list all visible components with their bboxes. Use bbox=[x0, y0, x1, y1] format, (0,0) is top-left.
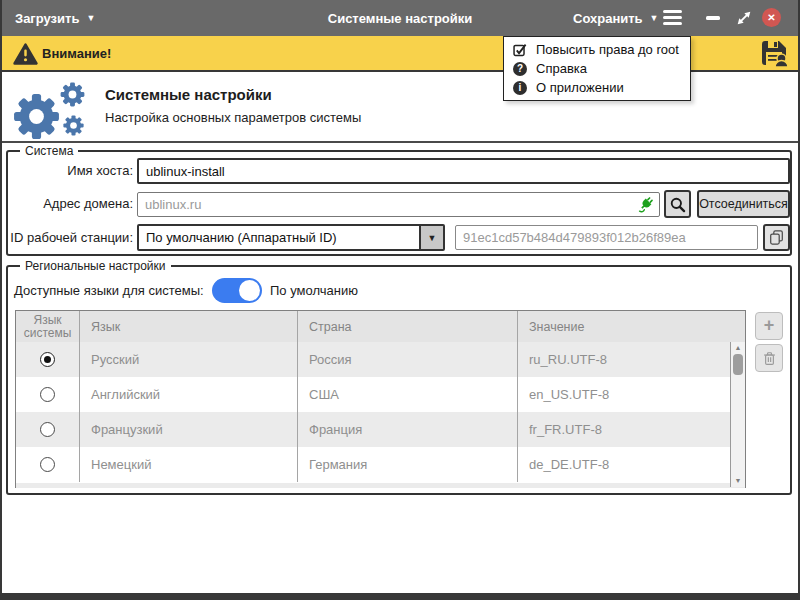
plug-connected-icon bbox=[636, 195, 655, 214]
load-menu-label: Загрузить bbox=[15, 11, 79, 26]
cell-country: США bbox=[298, 377, 518, 412]
hostname-input[interactable] bbox=[137, 158, 790, 184]
save-menu-label: Сохранить bbox=[573, 11, 643, 26]
table-body: Русский Россия ru_RU.UTF-8 Английский СШ… bbox=[16, 342, 745, 482]
disconnect-button[interactable]: Отсоединиться bbox=[697, 190, 790, 218]
window-bottom-frame bbox=[0, 593, 800, 600]
hamburger-menu-button[interactable] bbox=[663, 10, 682, 25]
disconnect-label: Отсоединиться bbox=[699, 197, 788, 211]
system-language-radio[interactable] bbox=[40, 387, 55, 402]
app-window: Загрузить ▼ Системные настройки Сохранит… bbox=[0, 0, 800, 600]
system-section: Система Имя хоста: Адрес домена: bbox=[6, 150, 792, 256]
copy-id-button[interactable] bbox=[763, 224, 790, 251]
scroll-up-icon[interactable]: ▲ bbox=[731, 343, 745, 353]
scroll-down-icon[interactable]: ▼ bbox=[731, 476, 745, 486]
delete-language-button[interactable] bbox=[755, 344, 783, 372]
cell-language: Русский bbox=[80, 342, 298, 377]
info-circle-icon: i bbox=[513, 81, 527, 95]
question-circle-icon: ? bbox=[513, 62, 527, 76]
languages-toggle-state: По умолчанию bbox=[270, 278, 358, 303]
chevron-down-icon: ▼ bbox=[650, 14, 659, 23]
workstation-id-value-input[interactable] bbox=[455, 225, 758, 250]
table-header: Язык системы Язык Страна Значение bbox=[16, 311, 745, 342]
languages-table: Язык системы Язык Страна Значение Русски… bbox=[15, 310, 746, 488]
domain-label: Адрес домена: bbox=[8, 191, 133, 217]
workstation-id-selected-option: По умолчанию (Аппаратный ID) bbox=[139, 226, 419, 249]
languages-toggle[interactable] bbox=[212, 278, 262, 303]
page-subtitle: Настройка основных параметров системы bbox=[105, 110, 361, 125]
table-partial-row bbox=[16, 482, 745, 488]
menu-item-elevate-root[interactable]: Повысить права до root bbox=[504, 40, 690, 59]
close-button[interactable]: ✕ bbox=[762, 8, 781, 27]
regional-section: Региональные настройки Доступные языки д… bbox=[6, 265, 792, 495]
checkbox-checked-icon bbox=[513, 43, 527, 57]
system-language-radio[interactable] bbox=[40, 352, 55, 367]
col-header-country: Страна bbox=[298, 311, 518, 342]
save-user-icon bbox=[760, 39, 788, 67]
warning-icon bbox=[13, 43, 38, 65]
add-language-button[interactable]: + bbox=[755, 312, 783, 340]
load-menu-button[interactable]: Загрузить ▼ bbox=[15, 0, 95, 36]
cell-value: ru_RU.UTF-8 bbox=[518, 342, 745, 377]
col-header-system-language: Язык системы bbox=[16, 311, 80, 342]
search-icon bbox=[669, 196, 686, 213]
window-title: Системные настройки bbox=[328, 0, 473, 36]
cell-country: Германия bbox=[298, 447, 518, 482]
warning-label: Внимание! bbox=[42, 36, 111, 70]
hostname-label: Имя хоста: bbox=[8, 158, 133, 184]
domain-search-button[interactable] bbox=[664, 190, 691, 218]
system-legend: Система bbox=[20, 144, 78, 158]
gears-icon bbox=[10, 80, 94, 142]
table-row[interactable]: Английский США en_US.UTF-8 bbox=[16, 377, 745, 412]
cell-value: fr_FR.UTF-8 bbox=[518, 412, 745, 447]
cell-language: Английский bbox=[80, 377, 298, 412]
menu-item-help[interactable]: ? Справка bbox=[504, 59, 690, 78]
table-row[interactable]: Немецкий Германия de_DE.UTF-8 bbox=[16, 447, 745, 482]
system-language-radio[interactable] bbox=[40, 422, 55, 437]
cell-country: Франция bbox=[298, 412, 518, 447]
resize-icon bbox=[735, 9, 753, 27]
trash-icon bbox=[761, 350, 778, 367]
cell-language: Немецкий bbox=[80, 447, 298, 482]
close-icon: ✕ bbox=[767, 12, 775, 23]
save-menu-button[interactable]: Сохранить ▼ bbox=[573, 0, 659, 36]
save-as-user-button[interactable] bbox=[760, 39, 788, 67]
page-title: Системные настройки bbox=[105, 86, 272, 103]
toggle-knob bbox=[239, 280, 260, 301]
menu-item-about[interactable]: i О приложении bbox=[504, 78, 690, 97]
titlebar: Загрузить ▼ Системные настройки Сохранит… bbox=[0, 0, 800, 36]
table-row[interactable]: Русский Россия ru_RU.UTF-8 bbox=[16, 342, 745, 377]
chevron-down-icon: ▼ bbox=[86, 14, 95, 23]
workstation-id-select[interactable]: По умолчанию (Аппаратный ID) ▼ bbox=[137, 224, 445, 251]
table-scrollbar[interactable]: ▲ ▼ bbox=[730, 342, 745, 487]
scrollbar-thumb[interactable] bbox=[733, 354, 743, 375]
cell-language: Французкий bbox=[80, 412, 298, 447]
domain-input[interactable] bbox=[137, 192, 660, 217]
col-header-value: Значение bbox=[518, 311, 745, 342]
copy-icon bbox=[768, 229, 785, 246]
system-language-radio[interactable] bbox=[40, 457, 55, 472]
cell-country: Россия bbox=[298, 342, 518, 377]
languages-toggle-label: Доступные языки для системы: bbox=[14, 278, 204, 303]
select-arrow-icon: ▼ bbox=[419, 226, 443, 249]
table-row[interactable]: Французкий Франция fr_FR.UTF-8 bbox=[16, 412, 745, 447]
col-header-language: Язык bbox=[80, 311, 298, 342]
cell-value: en_US.UTF-8 bbox=[518, 377, 745, 412]
regional-legend: Региональные настройки bbox=[20, 259, 171, 273]
plus-icon: + bbox=[764, 316, 775, 334]
cell-value: de_DE.UTF-8 bbox=[518, 447, 745, 482]
domain-field-wrap bbox=[137, 192, 660, 217]
minimize-button[interactable] bbox=[706, 16, 720, 20]
maximize-button[interactable] bbox=[735, 9, 753, 27]
workstation-id-label: ID рабочей станции: bbox=[8, 224, 133, 251]
app-menu: Повысить права до root ? Справка i О при… bbox=[503, 36, 691, 101]
